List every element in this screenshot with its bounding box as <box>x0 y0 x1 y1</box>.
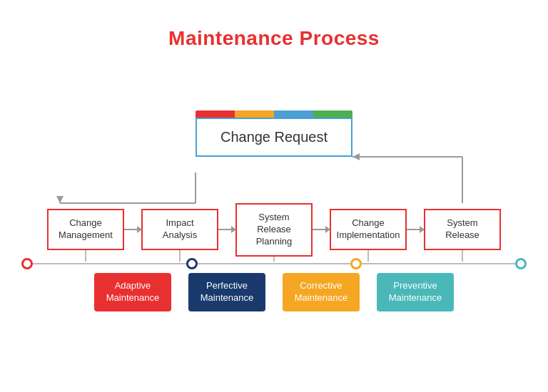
process-box-change-mgmt: ChangeManagement <box>47 209 124 250</box>
dot-adaptive <box>21 258 33 269</box>
process-box-system-release: SystemRelease <box>424 209 501 250</box>
color-bar <box>196 110 352 118</box>
arrow-h-1 <box>124 229 141 230</box>
svg-marker-6 <box>352 153 360 160</box>
dot-line-2 <box>198 263 351 264</box>
color-bar-yellow <box>235 110 274 118</box>
process-box-change-impl: ChangeImplementation <box>330 209 407 250</box>
svg-marker-2 <box>56 196 64 203</box>
color-bar-blue <box>274 110 313 118</box>
arrows-svg <box>0 0 548 392</box>
process-boxes-row: ChangeManagement ImpactAnalysis System R… <box>21 203 527 257</box>
change-request-box: Change Request <box>196 118 352 157</box>
maint-box-adaptive: AdaptiveMaintenance <box>94 273 171 311</box>
change-request-container: Change Request <box>196 110 352 157</box>
dot-line-1 <box>33 263 186 264</box>
arrow-h-2 <box>218 229 235 230</box>
color-bar-red <box>196 110 235 118</box>
maint-box-corrective: CorrectiveMaintenance <box>283 273 360 311</box>
dot-preventive <box>515 258 527 269</box>
process-box-system-release-planning: System ReleasePlanning <box>235 203 313 257</box>
dot-line-3 <box>362 263 515 264</box>
dot-perfective <box>186 258 198 269</box>
dots-row <box>21 258 527 269</box>
arrow-h-3 <box>313 229 330 230</box>
maintenance-boxes-row: AdaptiveMaintenance PerfectiveMaintenanc… <box>21 273 527 311</box>
page-title: Maintenance Process <box>0 0 548 50</box>
maint-box-preventive: PreventiveMaintenance <box>377 273 454 311</box>
maint-box-perfective: PerfectiveMaintenance <box>188 273 265 311</box>
process-box-impact-analysis: ImpactAnalysis <box>141 209 218 250</box>
color-bar-green <box>313 110 352 118</box>
dot-corrective <box>350 258 362 269</box>
arrow-h-4 <box>407 229 424 230</box>
